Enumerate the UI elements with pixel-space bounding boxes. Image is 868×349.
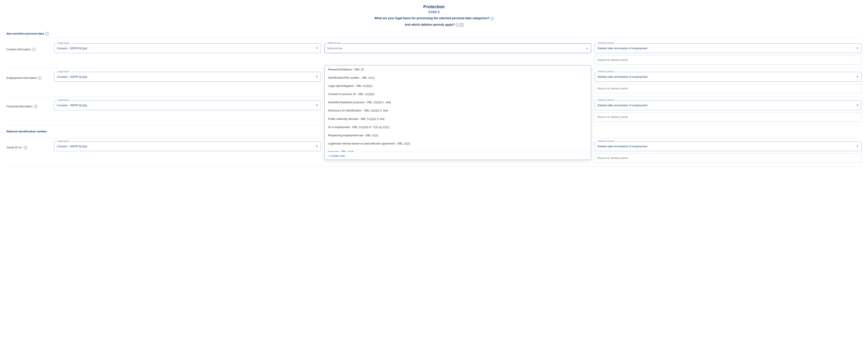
- financial-legal-basis-group: Legal basis Consent - GDPR 6(1)(a) ▼: [54, 100, 321, 122]
- social-id-reason-input[interactable]: [595, 153, 861, 163]
- employment-deletion-wrapper: Deletion period Deleted after terminatio…: [595, 72, 862, 82]
- financial-legal-basis-select[interactable]: Consent - GDPR 6(1)(a): [54, 101, 321, 110]
- contact-reason-input[interactable]: [595, 56, 861, 65]
- financial-reason-wrapper: [595, 112, 862, 122]
- national-law-dropdown: Research/Statistics - DBL 10Identificati…: [324, 65, 591, 160]
- dropdown-item-7[interactable]: ID in employment - DBL 11(2)(4) cf. 7(2)…: [324, 123, 591, 131]
- contact-deletion-group: Deletion period Deleted after terminatio…: [595, 43, 862, 65]
- employment-reason-input[interactable]: [595, 84, 861, 93]
- dropdown-item-5[interactable]: Disclosure for identification - DBL 11(2…: [324, 106, 591, 115]
- social-id-label: Social ID no. i: [6, 141, 50, 149]
- financial-info-icon[interactable]: i: [34, 105, 37, 108]
- dropdown-item-0[interactable]: Research/Statistics - DBL 10: [324, 65, 591, 74]
- social-id-reason-wrapper: [595, 153, 862, 163]
- contact-national-law-wrapper: National law ▲: [324, 43, 591, 53]
- page-title: Protection: [6, 4, 862, 9]
- employment-reason-wrapper: [595, 84, 862, 93]
- dropdown-item-2[interactable]: Legal right/obligation - DBL 11(2)(1): [324, 82, 591, 90]
- contact-national-law-group: National law ▲ Research/Statistics - DBL…: [324, 43, 591, 65]
- contact-deletion-select[interactable]: Deleted after termination of employment: [595, 44, 861, 53]
- financial-label: Financial Information i: [6, 100, 50, 108]
- contact-deletion-wrapper: Deletion period Deleted after terminatio…: [595, 43, 862, 53]
- dropdown-item-10[interactable]: Consent - DBL 12(3): [324, 148, 591, 151]
- dropdown-item-1[interactable]: Identification/File number - DBL 11(1): [324, 74, 591, 82]
- contact-legal-basis-select[interactable]: Consent - GDPR 6(1)(a): [54, 44, 321, 53]
- social-id-legal-basis-group: Legal basis Consent - GDPR 6(1)(a) ▼: [54, 141, 321, 163]
- employment-info-icon[interactable]: i: [38, 76, 41, 80]
- contact-legal-basis-group: Legal basis Consent - GDPR 6(1)(a) ▼: [54, 43, 321, 65]
- employment-deletion-group: Deletion period Deleted after terminatio…: [595, 72, 862, 93]
- dropdown-item-8[interactable]: Respecting employment law - DBL 12(1): [324, 131, 591, 140]
- contact-fields: Legal basis Consent - GDPR 6(1)(a) ▼ Nat…: [54, 43, 862, 65]
- employment-legal-basis-group: Legal basis Consent - GDPR 6(1)(a) ▼: [54, 72, 321, 93]
- contact-info-icon[interactable]: i: [32, 48, 36, 51]
- header-question2: And which deletion periods apply? i 📋: [6, 23, 862, 27]
- dropdown-create-new[interactable]: + Create new: [324, 152, 591, 160]
- question1-info-icon[interactable]: i: [490, 17, 494, 20]
- dropdown-item-9[interactable]: Legitimate interest based on law/collect…: [324, 140, 591, 148]
- employment-legal-basis-select[interactable]: Consent - GDPR 6(1)(a): [54, 72, 321, 81]
- contact-legal-basis-wrapper: Legal basis Consent - GDPR 6(1)(a) ▼: [54, 43, 321, 53]
- social-id-legal-basis-select[interactable]: Consent - GDPR 6(1)(a): [54, 142, 321, 151]
- social-id-deletion-wrapper: Deletion period Deleted after terminatio…: [595, 141, 862, 151]
- dropdown-item-4[interactable]: Scientific/Statistical purposes - DBL 11…: [324, 98, 591, 106]
- page-container: Protection STEP 5 What are your legal ba…: [0, 0, 868, 171]
- contact-label: Contact information i: [6, 43, 50, 51]
- contact-row: Contact information i Legal basis Consen…: [6, 40, 862, 68]
- financial-deletion-wrapper: Deletion period Deleted after terminatio…: [595, 100, 862, 110]
- dropdown-item-6[interactable]: Public authority demand - DBL 11(2)(3 3.…: [324, 115, 591, 123]
- employment-label: Employment information i: [6, 72, 50, 80]
- non-sensitive-info-icon[interactable]: i: [45, 32, 49, 35]
- question2-info-icon[interactable]: i: [456, 23, 459, 27]
- social-id-legal-basis-wrapper: Legal basis Consent - GDPR 6(1)(a) ▼: [54, 141, 321, 151]
- financial-deletion-select[interactable]: Deleted after termination of employment: [595, 101, 861, 110]
- non-sensitive-section-label: Non-sensitive personal data i: [6, 32, 862, 35]
- page-header: Protection STEP 5 What are your legal ba…: [6, 4, 862, 27]
- financial-reason-input[interactable]: [595, 112, 861, 121]
- social-id-deletion-select[interactable]: Deleted after termination of employment: [595, 142, 861, 151]
- financial-legal-basis-wrapper: Legal basis Consent - GDPR 6(1)(a) ▼: [54, 100, 321, 110]
- social-id-deletion-group: Deletion period Deleted after terminatio…: [595, 141, 862, 163]
- header-question1: What are your legal basis for processing…: [6, 16, 862, 20]
- financial-deletion-group: Deletion period Deleted after terminatio…: [595, 100, 862, 122]
- contact-reason-wrapper: [595, 55, 862, 65]
- employment-deletion-select[interactable]: Deleted after termination of employment: [595, 72, 861, 81]
- rows-container: Contact information i Legal basis Consen…: [6, 40, 862, 167]
- dropdown-item-3[interactable]: Consent to process ID - DBL 11(2)(2): [324, 90, 591, 98]
- contact-national-law-input[interactable]: [324, 44, 591, 53]
- national-law-dropdown-list: Research/Statistics - DBL 10Identificati…: [324, 65, 591, 152]
- page-step: STEP 5: [6, 10, 862, 14]
- social-id-info-icon[interactable]: i: [24, 146, 27, 149]
- question2-doc-icon[interactable]: 📋: [460, 23, 463, 27]
- employment-legal-basis-wrapper: Legal basis Consent - GDPR 6(1)(a) ▼: [54, 72, 321, 82]
